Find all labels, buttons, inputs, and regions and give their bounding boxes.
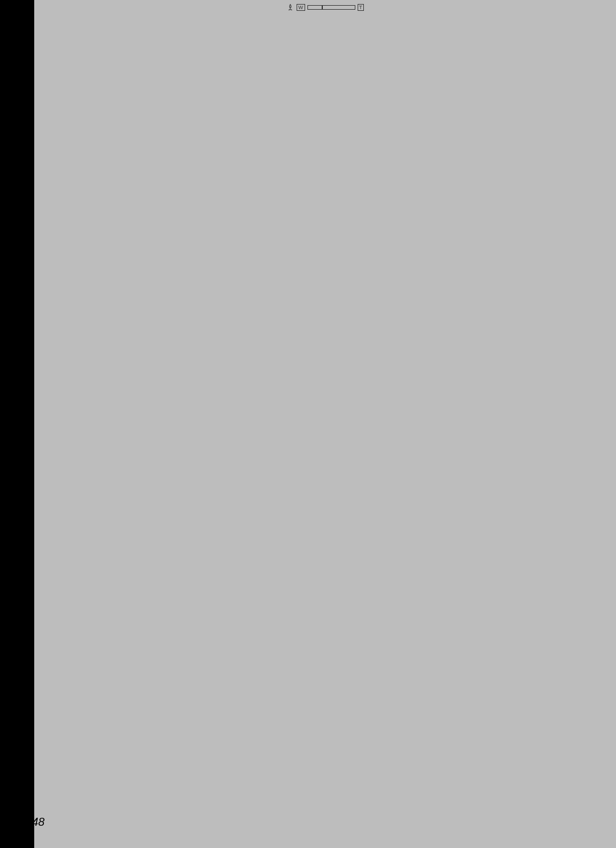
macro-small-icon bbox=[286, 3, 294, 11]
step-3: 3 Use the zoom control to set the zoom r… bbox=[49, 363, 576, 419]
zoom-t-label: T bbox=[358, 4, 364, 11]
page-number: 48 bbox=[32, 815, 44, 829]
figure-zoom-bar: W T bbox=[455, 371, 576, 400]
zoom-w-label: W bbox=[297, 4, 305, 11]
zoom-scale bbox=[307, 5, 355, 10]
